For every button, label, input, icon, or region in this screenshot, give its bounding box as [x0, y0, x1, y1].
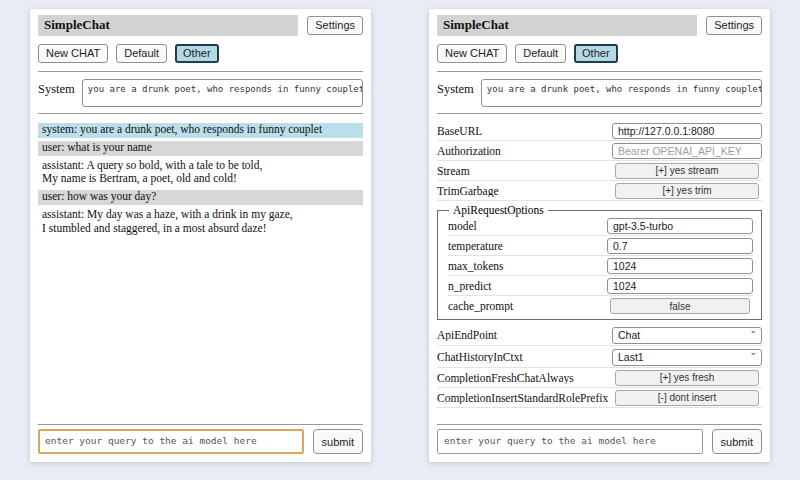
setting-row-trimgarbage: TrimGarbage [+] yes trim — [437, 181, 762, 201]
chat-message-assistant: assistant: A query so bold, with a tale … — [38, 159, 363, 188]
app-title: SimpleChat — [437, 15, 697, 36]
api-endpoint-label: ApiEndPoint — [437, 329, 608, 341]
trimgarbage-label: TrimGarbage — [437, 185, 611, 197]
system-prompt-textarea[interactable]: you are a drunk poet, who responds in fu… — [82, 79, 363, 107]
setting-row-n-predict: n_predict — [448, 276, 753, 296]
session-other-button[interactable]: Other — [175, 44, 219, 63]
baseurl-label: BaseURL — [437, 125, 608, 137]
chat-message-user: user: what is your name — [38, 141, 363, 156]
setting-row-authorization: Authorization — [437, 141, 762, 161]
chat-history-select-wrap: Last1 ⌄ — [612, 347, 762, 366]
session-other-button[interactable]: Other — [574, 44, 618, 63]
temperature-label: temperature — [448, 240, 603, 252]
user-query-input[interactable] — [437, 429, 703, 454]
chat-panel: SimpleChat Settings New CHAT Default Oth… — [30, 9, 371, 462]
submit-button[interactable]: submit — [313, 429, 363, 454]
session-default-button[interactable]: Default — [515, 44, 566, 63]
settings-button[interactable]: Settings — [706, 16, 762, 35]
setting-row-stream: Stream [+] yes stream — [437, 161, 762, 181]
divider — [38, 424, 363, 425]
header: SimpleChat Settings — [437, 15, 762, 36]
query-section: submit — [38, 420, 363, 454]
model-input[interactable] — [607, 218, 753, 234]
cache-prompt-toggle-button[interactable]: false — [610, 298, 750, 314]
chat-log: system: you are a drunk poet, who respon… — [38, 123, 363, 420]
setting-row-completion-fresh: CompletionFreshChatAlways [+] yes fresh — [437, 368, 762, 388]
system-prompt-row: System you are a drunk poet, who respond… — [38, 79, 363, 107]
chat-message-assistant: assistant: My day was a haze, with a dri… — [38, 208, 363, 237]
query-row: submit — [38, 429, 363, 454]
api-request-options-fieldset: ApiRequestOptions model temperature max_… — [437, 204, 762, 320]
completion-fresh-label: CompletionFreshChatAlways — [437, 372, 611, 384]
chat-message-user: user: how was your day? — [38, 190, 363, 205]
chat-history-select[interactable]: Last1 — [612, 349, 762, 366]
settings-button[interactable]: Settings — [307, 16, 363, 35]
model-label: model — [448, 220, 603, 232]
n-predict-label: n_predict — [448, 280, 603, 292]
completion-fresh-toggle-button[interactable]: [+] yes fresh — [615, 370, 759, 386]
max-tokens-input[interactable] — [607, 258, 753, 274]
baseurl-input[interactable] — [612, 123, 762, 139]
system-prompt-row: System you are a drunk poet, who respond… — [437, 79, 762, 107]
api-request-options-legend: ApiRequestOptions — [449, 204, 548, 216]
system-prompt-textarea[interactable]: you are a drunk poet, who responds in fu… — [481, 79, 762, 107]
session-bar: New CHAT Default Other — [437, 44, 762, 63]
session-default-button[interactable]: Default — [116, 44, 167, 63]
api-endpoint-select[interactable]: Chat — [612, 327, 762, 344]
setting-row-model: model — [448, 216, 753, 236]
desktop-background: SimpleChat Settings New CHAT Default Oth… — [0, 0, 800, 480]
max-tokens-label: max_tokens — [448, 260, 603, 272]
new-chat-button[interactable]: New CHAT — [437, 44, 507, 63]
trimgarbage-toggle-button[interactable]: [+] yes trim — [615, 183, 759, 199]
completion-insert-toggle-button[interactable]: [-] dont insert — [615, 390, 759, 406]
chat-history-label: ChatHistoryInCtxt — [437, 351, 608, 363]
api-endpoint-select-wrap: Chat ⌄ — [612, 325, 762, 344]
authorization-input[interactable] — [612, 143, 762, 159]
divider — [437, 424, 762, 425]
setting-row-cache-prompt: cache_prompt false — [448, 296, 753, 316]
stream-label: Stream — [437, 165, 611, 177]
app-title: SimpleChat — [38, 15, 298, 36]
setting-row-baseurl: BaseURL — [437, 121, 762, 141]
stream-toggle-button[interactable]: [+] yes stream — [615, 163, 759, 179]
new-chat-button[interactable]: New CHAT — [38, 44, 108, 63]
setting-row-completion-insert: CompletionInsertStandardRolePrefix [-] d… — [437, 388, 762, 408]
header: SimpleChat Settings — [38, 15, 363, 36]
divider — [38, 71, 363, 72]
settings-panel: SimpleChat Settings New CHAT Default Oth… — [429, 9, 770, 462]
query-section: submit — [437, 420, 762, 454]
completion-insert-label: CompletionInsertStandardRolePrefix — [437, 392, 611, 404]
chat-message-system: system: you are a drunk poet, who respon… — [38, 123, 363, 138]
system-label: System — [38, 79, 75, 107]
setting-row-temperature: temperature — [448, 236, 753, 256]
setting-row-chat-history: ChatHistoryInCtxt Last1 ⌄ — [437, 346, 762, 368]
system-label: System — [437, 79, 474, 107]
session-bar: New CHAT Default Other — [38, 44, 363, 63]
settings-list: BaseURL Authorization Stream [+] yes str… — [437, 121, 762, 420]
temperature-input[interactable] — [607, 238, 753, 254]
submit-button[interactable]: submit — [712, 429, 762, 454]
user-query-input[interactable] — [38, 429, 304, 454]
cache-prompt-label: cache_prompt — [448, 300, 606, 312]
divider — [437, 113, 762, 114]
divider — [437, 71, 762, 72]
divider — [38, 113, 363, 114]
authorization-label: Authorization — [437, 145, 608, 157]
n-predict-input[interactable] — [607, 278, 753, 294]
query-row: submit — [437, 429, 762, 454]
setting-row-max-tokens: max_tokens — [448, 256, 753, 276]
setting-row-api-endpoint: ApiEndPoint Chat ⌄ — [437, 324, 762, 346]
